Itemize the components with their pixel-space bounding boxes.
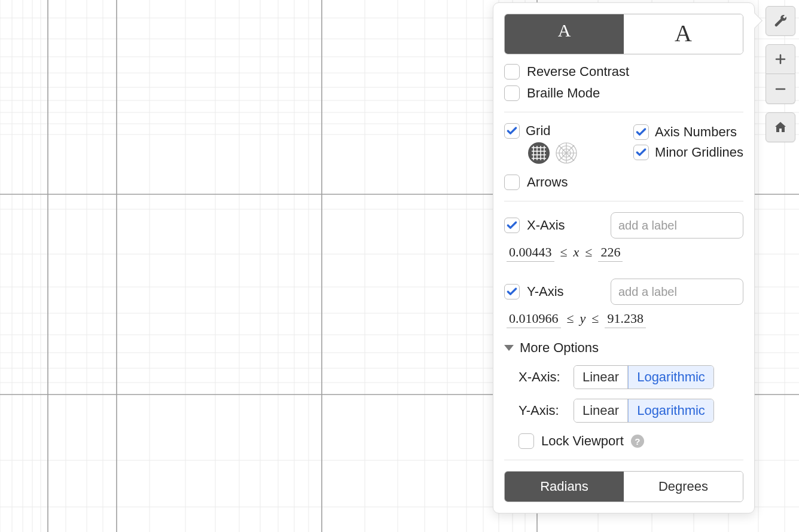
y-axis-checkbox[interactable] (504, 284, 520, 299)
y-axis-scale-toggle: Linear Logarithmic (574, 399, 714, 423)
x-scale-logarithmic-button[interactable]: Logarithmic (628, 366, 713, 389)
minor-gridlines-label: Minor Gridlines (655, 145, 743, 160)
x-scale-linear-button[interactable]: Linear (574, 366, 628, 389)
svg-point-56 (528, 142, 550, 164)
y-min-value[interactable]: 0.010966 (507, 311, 561, 328)
y-scale-logarithmic-button[interactable]: Logarithmic (628, 399, 713, 422)
axis-numbers-label: Axis Numbers (655, 124, 737, 140)
zoom-in-button[interactable] (766, 44, 795, 74)
graph-settings-panel: A A Reverse Contrast Braille Mode Grid (493, 2, 755, 513)
x-axis-label-input[interactable] (611, 212, 743, 239)
x-axis-scale-label: X-Axis: (519, 369, 566, 385)
minus-icon (773, 82, 788, 96)
y-axis-scale-label: Y-Axis: (519, 403, 566, 418)
y-max-value[interactable]: 91.238 (605, 311, 646, 328)
x-axis-checkbox[interactable] (504, 218, 520, 233)
chevron-down-icon (504, 345, 514, 351)
polar-grid-button[interactable] (554, 141, 578, 165)
lock-viewport-label: Lock Viewport (541, 433, 624, 449)
y-axis-label: Y-Axis (527, 284, 564, 299)
braille-mode-label: Braille Mode (527, 85, 600, 101)
grid-label: Grid (526, 123, 551, 139)
lock-viewport-help-icon[interactable]: ? (631, 435, 644, 448)
arrows-checkbox[interactable] (504, 175, 520, 190)
arrows-label: Arrows (527, 175, 568, 190)
contrast-toggle: A A (504, 14, 743, 54)
wrench-icon (773, 14, 788, 28)
settings-button[interactable] (766, 6, 795, 36)
polar-grid-icon (555, 142, 578, 164)
x-axis-label: X-Axis (527, 218, 565, 233)
more-options-toggle[interactable]: More Options (504, 340, 743, 356)
x-axis-scale-toggle: Linear Logarithmic (574, 365, 714, 389)
braille-mode-checkbox[interactable] (504, 85, 520, 101)
axis-numbers-checkbox[interactable] (633, 124, 649, 140)
x-min-value[interactable]: 0.00443 (507, 244, 554, 262)
zoom-out-button[interactable] (766, 74, 795, 104)
minor-gridlines-checkbox[interactable] (633, 145, 649, 160)
reverse-contrast-checkbox[interactable] (504, 64, 520, 80)
y-scale-linear-button[interactable]: Linear (574, 399, 628, 422)
reverse-contrast-label: Reverse Contrast (527, 64, 629, 80)
y-axis-label-input[interactable] (611, 279, 743, 305)
home-icon (773, 120, 788, 134)
contrast-large-button[interactable]: A (624, 14, 743, 54)
radians-button[interactable]: Radians (505, 472, 624, 502)
contrast-normal-button[interactable]: A (505, 14, 624, 54)
more-options-label: More Options (520, 340, 599, 356)
angle-unit-toggle: Radians Degrees (504, 471, 743, 502)
degrees-button[interactable]: Degrees (624, 472, 743, 502)
lock-viewport-checkbox[interactable] (519, 433, 534, 449)
plus-icon (773, 52, 788, 66)
x-axis-range: 0.00443 ≤ x ≤ 226 (504, 244, 743, 262)
home-button[interactable] (766, 112, 795, 142)
rectangular-grid-button[interactable] (527, 141, 551, 165)
square-grid-icon (527, 142, 550, 164)
y-axis-range: 0.010966 ≤ y ≤ 91.238 (504, 311, 743, 328)
x-max-value[interactable]: 226 (598, 244, 623, 262)
grid-checkbox[interactable] (504, 123, 520, 139)
